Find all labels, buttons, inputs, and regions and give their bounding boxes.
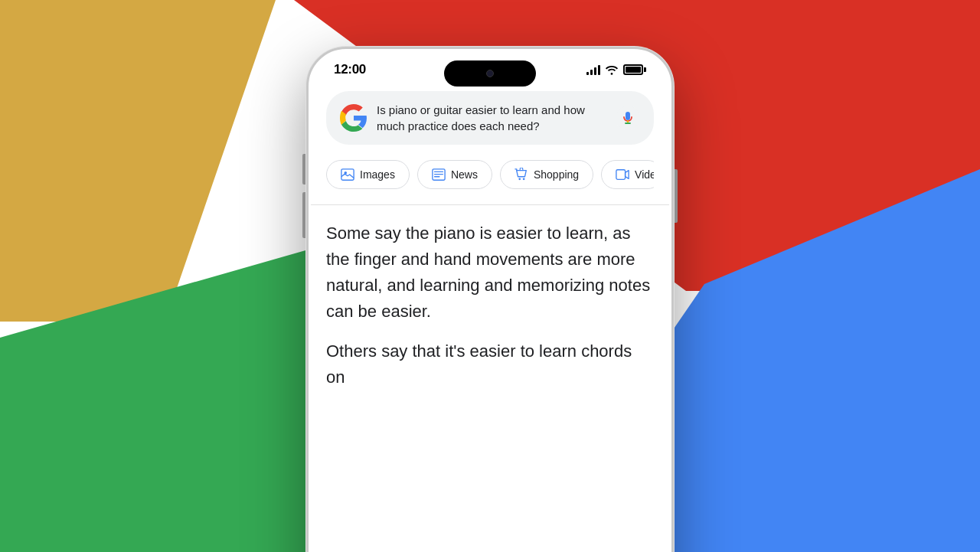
search-bar[interactable]: Is piano or guitar easier to learn and h…	[326, 91, 654, 145]
volume-down-button[interactable]	[302, 192, 305, 238]
google-logo	[340, 104, 368, 132]
video-icon	[616, 168, 629, 181]
volume-up-button[interactable]	[302, 154, 305, 185]
signal-bar-3	[594, 67, 596, 75]
camera-dot	[486, 70, 494, 77]
chip-images[interactable]: Images	[326, 160, 410, 189]
svg-point-8	[523, 178, 525, 180]
news-icon	[432, 168, 446, 181]
answer-paragraph-1: Some say the piano is easier to learn, a…	[326, 220, 654, 325]
dynamic-island	[444, 60, 536, 87]
chip-news-label: News	[451, 168, 478, 181]
phone-content: Is piano or guitar easier to learn and h…	[311, 83, 669, 407]
chip-shopping-label: Shopping	[534, 168, 579, 181]
status-bar: 12:00	[311, 51, 669, 83]
answer-text: Some say the piano is easier to learn, a…	[326, 220, 654, 391]
chip-shopping[interactable]: Shopping	[500, 160, 593, 189]
search-query: Is piano or guitar easier to learn and h…	[377, 102, 606, 134]
signal-bar-1	[586, 72, 589, 75]
battery-icon	[623, 64, 646, 75]
phone-inner: 12:00	[311, 51, 669, 553]
wifi-icon	[605, 64, 619, 75]
battery-body	[623, 64, 643, 75]
chip-news[interactable]: News	[417, 160, 492, 189]
shopping-icon	[514, 168, 528, 181]
svg-rect-9	[616, 169, 626, 179]
chip-videos[interactable]: Vide	[601, 160, 654, 189]
content-divider	[311, 204, 669, 205]
battery-tip	[644, 67, 646, 72]
chip-videos-label: Vide	[635, 168, 654, 181]
signal-bar-2	[590, 70, 593, 75]
filter-chips: Images News	[326, 160, 654, 189]
power-button[interactable]	[675, 169, 678, 223]
phone: 12:00	[306, 47, 674, 553]
phone-wrapper: 12:00	[306, 47, 674, 553]
image-icon	[341, 168, 354, 181]
signal-icon	[586, 64, 600, 75]
status-time: 12:00	[334, 62, 366, 77]
status-icons	[586, 64, 646, 75]
battery-fill	[626, 67, 641, 73]
mic-icon[interactable]	[616, 106, 640, 130]
answer-paragraph-2: Others say that it's easier to learn cho…	[326, 338, 654, 390]
svg-point-7	[518, 178, 521, 180]
signal-bar-4	[598, 65, 600, 75]
chip-images-label: Images	[360, 168, 395, 181]
